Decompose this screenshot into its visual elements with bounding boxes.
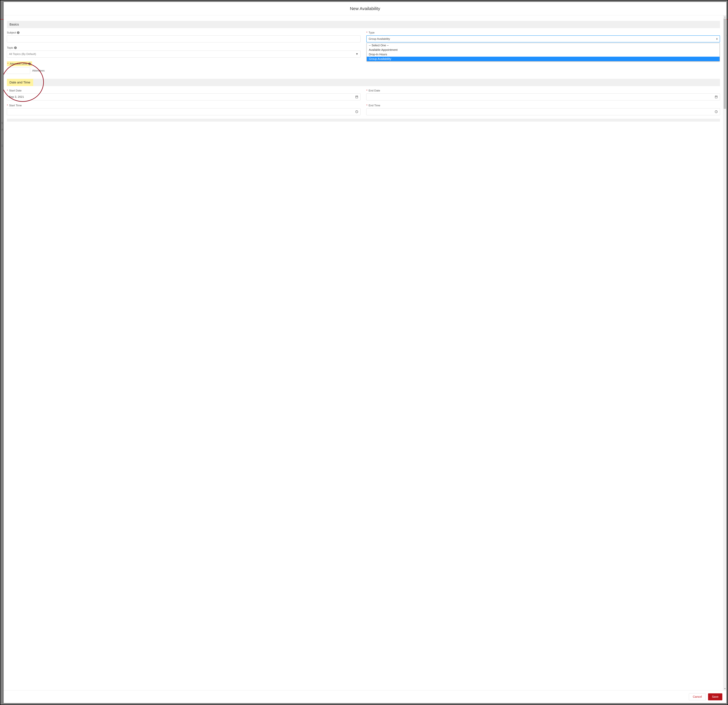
section-basics-header: Basics	[7, 21, 165, 28]
attendee-limit-suffix: Attendees	[32, 69, 45, 72]
info-icon[interactable]: i	[14, 46, 17, 49]
topic-label: Topic i	[7, 46, 165, 49]
start-time-input[interactable]	[7, 108, 165, 115]
background-letter: A	[1, 128, 3, 131]
modal-body: Basics Subject i * Type	[4, 15, 165, 152]
start-time-field-group: * Start Time	[7, 104, 165, 115]
topic-field-group: Topic i All Topics (By Default) ▼	[7, 46, 165, 58]
required-marker: *	[7, 104, 8, 107]
subject-field-group: Subject i	[7, 31, 165, 42]
start-date-input[interactable]: Sep 3, 2021	[7, 93, 165, 100]
background-letter: 1	[1, 144, 3, 147]
topic-select-value: All Topics (By Default)	[9, 52, 36, 56]
section-next-peek	[7, 119, 165, 122]
new-availability-modal: New Availability Basics Subject i	[4, 2, 165, 152]
required-marker: *	[7, 89, 8, 92]
modal-body-wrap: Basics Subject i * Type	[4, 15, 165, 152]
attendee-limit-input[interactable]	[7, 67, 30, 74]
start-date-field-group: * Start Date Sep 3, 2021	[7, 89, 165, 100]
window-frame: p g A 1 New Availability Basics Subject …	[0, 0, 165, 152]
section-basics-title: Basics	[9, 23, 19, 26]
start-date-value: Sep 3, 2021	[9, 95, 24, 98]
required-marker: *	[7, 62, 9, 65]
start-date-label: * Start Date	[7, 89, 165, 92]
topic-select[interactable]: All Topics (By Default) ▼	[7, 51, 165, 58]
info-icon[interactable]: i	[28, 62, 31, 65]
section-datetime-header: Date and Time	[7, 79, 165, 86]
subject-input[interactable]	[7, 35, 165, 42]
info-icon[interactable]: i	[17, 31, 20, 34]
start-time-label: * Start Time	[7, 104, 165, 107]
modal-header: New Availability	[4, 2, 165, 15]
subject-label: Subject i	[7, 31, 165, 34]
attendee-limit-label: * Attendee Limit i	[7, 61, 32, 66]
attendee-limit-field-group: * Attendee Limit i Attendees	[7, 61, 165, 74]
section-datetime-title: Date and Time	[7, 79, 33, 86]
background-letter: g	[1, 121, 3, 124]
